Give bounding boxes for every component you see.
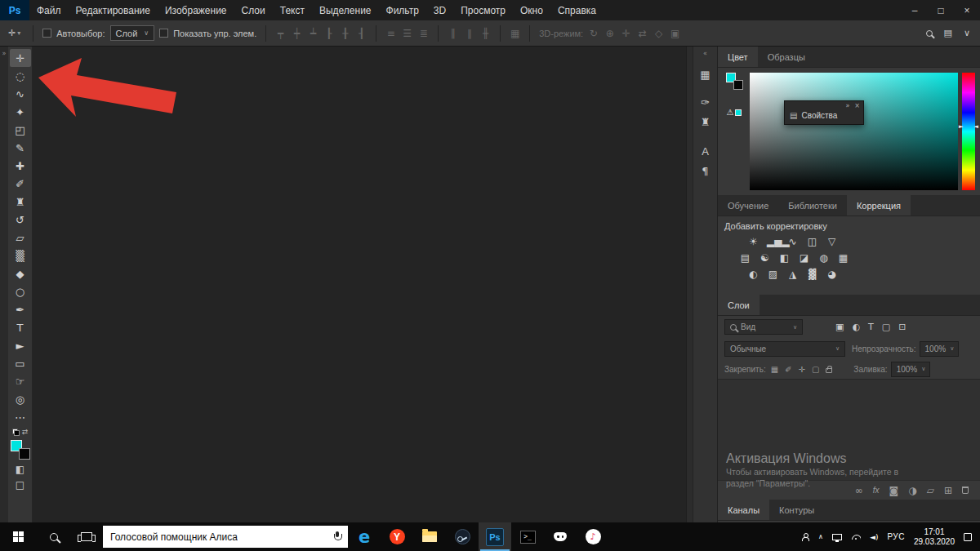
tool-pen[interactable]: ✒ xyxy=(10,300,31,318)
task-view-button[interactable] xyxy=(70,522,103,551)
tab-channels[interactable]: Каналы xyxy=(718,500,769,520)
menu-item-select[interactable]: Выделение xyxy=(312,0,379,20)
adjustment-photo-filter-icon[interactable]: ◪ xyxy=(798,252,810,264)
tab-paths[interactable]: Контуры xyxy=(769,500,824,520)
menu-item-image[interactable]: Изображение xyxy=(158,0,234,20)
lock-all-icon[interactable] xyxy=(826,368,832,373)
adjustment-curves-icon[interactable]: ∿ xyxy=(786,236,799,247)
blend-mode-select[interactable]: Обычные ∨ xyxy=(724,341,845,357)
minimize-button[interactable]: – xyxy=(902,0,928,20)
tab-layers[interactable]: Слои xyxy=(718,295,760,315)
menu-item-filter[interactable]: Фильтр xyxy=(379,0,426,20)
taskbar-app-photoshop[interactable]: Ps xyxy=(479,522,511,551)
tool-brush[interactable]: ✐ xyxy=(10,175,31,193)
notification-center-icon[interactable] xyxy=(964,533,972,541)
menu-item-help[interactable]: Справка xyxy=(550,0,604,20)
align-left-edges-icon[interactable]: ┠ xyxy=(323,28,334,39)
expand-panels-icon[interactable]: « xyxy=(703,47,707,57)
menu-item-file[interactable]: Файл xyxy=(29,0,69,20)
layer-filter-select[interactable]: Вид ∨ xyxy=(724,319,803,335)
adjustment-channel-mixer-icon[interactable]: ◍ xyxy=(817,252,830,264)
lock-position-icon[interactable]: ✛ xyxy=(799,365,805,374)
adjustment-color-lookup-icon[interactable]: ▦ xyxy=(837,252,849,264)
tool-quick-selection[interactable]: ✦ xyxy=(10,103,31,121)
background-color-swatch[interactable] xyxy=(19,448,30,460)
expand-toolbar-icon[interactable]: » xyxy=(2,50,7,57)
align-top-edges-icon[interactable]: ┯ xyxy=(275,28,286,39)
properties-panel-icon[interactable]: ▦ xyxy=(696,65,715,83)
tool-zoom[interactable]: ◎ xyxy=(10,390,31,408)
fill-select[interactable]: 100% ∨ xyxy=(891,362,930,377)
tool-dodge[interactable]: ○ xyxy=(10,282,31,300)
tool-path-selection[interactable]: ► xyxy=(10,336,31,354)
color-field[interactable]: » × ▤ Свойства xyxy=(750,73,958,190)
align-bottom-edges-icon[interactable]: ┷ xyxy=(308,28,318,39)
volume-icon[interactable]: ◄) xyxy=(870,533,878,541)
tab-color[interactable]: Цвет xyxy=(718,47,758,67)
tab-adjustments[interactable]: Коррекция xyxy=(847,195,911,216)
adjustment-gradient-map-icon[interactable]: ▓ xyxy=(806,269,818,280)
brush-settings-panel-icon[interactable]: ✑ xyxy=(696,93,715,111)
layer-list[interactable] xyxy=(718,379,980,480)
distribute-right-edges-icon[interactable]: ╫ xyxy=(480,28,491,39)
tool-rectangle[interactable]: ▭ xyxy=(10,354,31,372)
lock-artboard-icon[interactable]: ▢ xyxy=(812,365,819,374)
adjustment-invert-icon[interactable]: ◐ xyxy=(747,269,760,280)
tool-eraser[interactable]: ▱ xyxy=(10,229,31,247)
taskbar-app-edge[interactable]: e xyxy=(348,522,381,551)
taskbar-app-terminal[interactable]: >_ xyxy=(511,522,544,551)
adjustment-hue-saturation-icon[interactable]: ▤ xyxy=(739,252,751,264)
autoselect-checkbox[interactable] xyxy=(42,29,51,38)
paragraph-panel-icon[interactable]: ¶ xyxy=(696,162,715,180)
layer-group-icon[interactable]: ▱ xyxy=(927,485,934,496)
close-icon[interactable]: × xyxy=(854,102,860,109)
auto-align-layers-icon[interactable]: ▦ xyxy=(510,28,520,39)
tool-gradient[interactable]: ▒ xyxy=(10,247,31,264)
link-layers-icon[interactable]: ∞ xyxy=(855,485,863,496)
hidden-icons-chevron[interactable]: ∧ xyxy=(818,533,823,540)
3d-orbit-icon[interactable]: ↻ xyxy=(588,28,599,39)
align-vertical-centers-icon[interactable]: ┿ xyxy=(292,28,302,39)
lock-image-pixels-icon[interactable]: ✐ xyxy=(785,365,791,374)
distribute-horizontal-centers-icon[interactable]: ∥ xyxy=(464,28,474,39)
taskbar-app-steam[interactable] xyxy=(446,522,479,551)
wifi-icon[interactable] xyxy=(851,534,861,540)
canvas[interactable] xyxy=(33,47,686,522)
3d-roll-icon[interactable]: ⊕ xyxy=(604,28,615,39)
tool-crop[interactable]: ◰ xyxy=(10,121,31,139)
close-button[interactable]: × xyxy=(954,0,980,20)
adjustment-layer-icon[interactable]: ◑ xyxy=(908,485,916,496)
hue-slider[interactable]: ► ◄ xyxy=(962,73,975,190)
distribute-top-edges-icon[interactable]: ≡ xyxy=(385,28,396,39)
align-right-edges-icon[interactable]: ┨ xyxy=(356,28,367,39)
gamut-color-chip[interactable] xyxy=(735,109,742,116)
gamut-warning-icon[interactable]: ⚠ xyxy=(727,108,734,117)
hue-slider-marker-left[interactable]: ► xyxy=(959,123,963,130)
distribute-bottom-edges-icon[interactable]: ≣ xyxy=(418,28,429,39)
collapse-icon[interactable]: » xyxy=(845,102,849,109)
filter-shape-layers-icon[interactable]: ▢ xyxy=(882,322,890,332)
taskbar-search-button[interactable] xyxy=(38,522,70,551)
adjustment-black-white-icon[interactable]: ◧ xyxy=(778,252,791,264)
tab-learn[interactable]: Обучение xyxy=(718,195,778,216)
start-button[interactable] xyxy=(0,522,38,551)
tab-swatches[interactable]: Образцы xyxy=(758,47,815,67)
tool-marquee[interactable]: ◌ xyxy=(10,67,31,85)
maximize-button[interactable]: □ xyxy=(928,0,954,20)
taskbar-app-explorer[interactable] xyxy=(413,522,446,551)
menu-item-view[interactable]: Просмотр xyxy=(453,0,513,20)
layer-effects-icon[interactable]: fx xyxy=(873,486,880,495)
tool-history-brush[interactable]: ↺ xyxy=(10,211,31,229)
tab-libraries[interactable]: Библиотеки xyxy=(778,195,847,216)
distribute-left-edges-icon[interactable]: ‖ xyxy=(448,28,458,39)
autoselect-target-select[interactable]: Слой ∨ xyxy=(110,25,155,41)
network-icon[interactable] xyxy=(832,534,842,540)
tool-hand[interactable]: ☞ xyxy=(10,372,31,390)
filter-type-layers-icon[interactable]: T xyxy=(868,322,874,332)
microphone-icon[interactable] xyxy=(334,531,341,542)
tool-eyedropper[interactable]: ✎ xyxy=(10,139,31,157)
menu-item-3d[interactable]: 3D xyxy=(426,0,453,20)
3d-slide-icon[interactable]: ⇄ xyxy=(637,28,648,39)
menu-item-layers[interactable]: Слои xyxy=(234,0,273,20)
workspace-switcher-icon[interactable]: ▤ xyxy=(944,28,952,38)
